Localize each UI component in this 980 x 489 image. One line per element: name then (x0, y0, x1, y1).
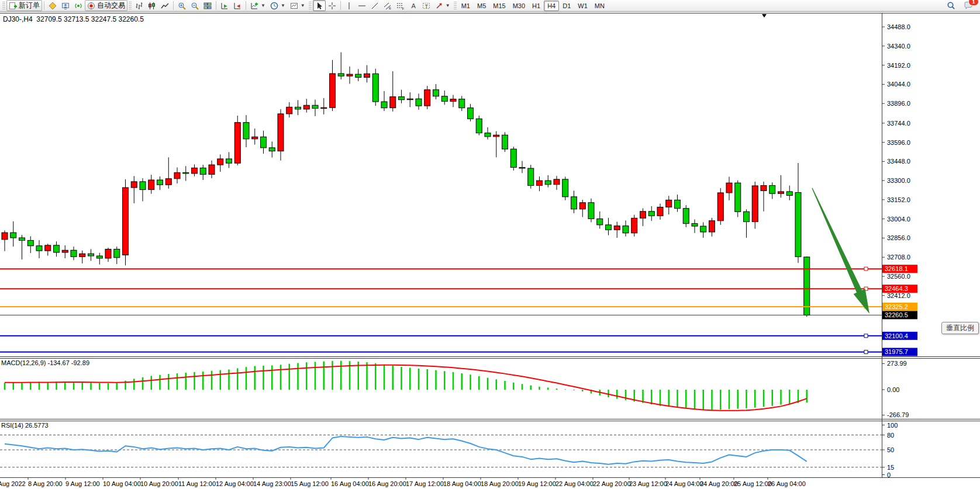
candle-body (683, 209, 689, 224)
candle-body (692, 224, 698, 226)
drawn-arrow-annotation[interactable] (812, 188, 869, 314)
svg-text:273.99: 273.99 (887, 360, 907, 367)
periods-button[interactable]: ▼ (268, 0, 288, 11)
price-axis[interactable]: 34488.034340.034192.034044.033896.033744… (882, 23, 917, 478)
add-indicator-icon (250, 2, 258, 10)
indicators-button[interactable]: ▼ (248, 0, 268, 11)
new-order-button[interactable]: 新订单 (6, 0, 42, 11)
bar-chart-mode-button[interactable] (133, 0, 146, 11)
tab-timeframe-m1[interactable]: M1 (458, 1, 474, 11)
candle-body (209, 165, 215, 174)
candle-body (303, 105, 309, 109)
channel-tool-button[interactable]: E (381, 0, 394, 11)
candle-body (312, 105, 318, 108)
toolbar-grip[interactable] (129, 2, 132, 10)
macd-pane (5, 361, 807, 411)
bar-position-marker[interactable] (762, 14, 767, 18)
line-handle[interactable] (864, 350, 868, 353)
tab-timeframe-m5[interactable]: M5 (474, 1, 489, 11)
toolbar-grip[interactable] (454, 2, 457, 10)
tab-timeframe-h1[interactable]: H1 (529, 1, 544, 11)
crosshair-tool-button[interactable] (326, 0, 339, 11)
tab-timeframe-mn[interactable]: MN (591, 1, 608, 11)
tab-timeframe-h4[interactable]: H4 (544, 1, 559, 11)
symbols-button[interactable] (46, 0, 59, 11)
candle-body (269, 148, 275, 151)
toolbar-separator (44, 1, 44, 10)
candle-body (372, 74, 378, 102)
market-watch-button[interactable] (59, 0, 72, 11)
candle-body (71, 250, 77, 256)
candle-body (27, 240, 33, 245)
toolbar-separator (246, 1, 246, 10)
text-label-tool-button[interactable]: T (420, 0, 433, 11)
templates-button[interactable]: ▼ (288, 0, 308, 11)
svg-text:34044.0: 34044.0 (887, 81, 910, 88)
svg-text:33004.0: 33004.0 (887, 216, 910, 223)
candle-body (571, 197, 577, 209)
tab-timeframe-d1[interactable]: D1 (559, 1, 574, 11)
trendline-icon (371, 2, 379, 10)
zoom-out-button[interactable] (188, 0, 201, 11)
monitor-user-icon (61, 2, 70, 10)
candle-body (105, 249, 111, 259)
svg-text:32412.0: 32412.0 (887, 292, 910, 299)
time-axis[interactable]: 8 Aug 20228 Aug 20:009 Aug 12:0010 Aug 0… (0, 477, 806, 487)
notifications-button[interactable]: 1 (961, 0, 975, 11)
candle-body (606, 225, 612, 230)
fibonacci-tool-button[interactable]: F (394, 0, 407, 11)
chart-frame (0, 13, 980, 477)
chart-shift-button[interactable] (231, 0, 244, 11)
arrows-tool-button[interactable]: ▼ (433, 0, 453, 11)
fibonacci-icon: F (396, 2, 405, 10)
vertical-line-icon (345, 2, 353, 10)
candle-chart-mode-button[interactable] (146, 0, 158, 11)
svg-text:E: E (389, 6, 391, 10)
text-label-icon: T (422, 2, 430, 10)
candle-body (261, 137, 267, 148)
zoom-in-icon (178, 2, 186, 10)
cursor-tool-button[interactable] (313, 0, 326, 11)
candle-body (563, 179, 568, 197)
svg-text:24 Aug 20:00: 24 Aug 20:00 (700, 480, 738, 487)
auto-scroll-icon (220, 2, 229, 10)
tile-windows-button[interactable] (201, 0, 214, 11)
line-chart-mode-button[interactable] (158, 0, 171, 11)
tab-timeframe-m15[interactable]: M15 (489, 1, 509, 11)
candle-body (459, 99, 465, 108)
chart-title: DJ30-,H4 32709.5 32713.5 32247.5 32260.5 (3, 15, 144, 23)
line-handle[interactable] (864, 267, 868, 270)
candle-body (701, 226, 706, 232)
svg-text:33744.0: 33744.0 (887, 120, 910, 127)
tab-timeframe-w1[interactable]: W1 (574, 1, 591, 11)
horizontal-line-tool-button[interactable] (356, 0, 368, 11)
toolbar-separator (173, 1, 174, 10)
svg-text:T: T (425, 3, 428, 9)
candle-body (640, 211, 646, 219)
toolbar-grip[interactable] (2, 2, 5, 10)
svg-text:A: A (411, 2, 416, 9)
search-button[interactable] (944, 0, 958, 11)
toolbar-right-group: 1 (944, 0, 979, 11)
timeframe-group: M1M5M15M30H1H4D1W1MN (458, 1, 608, 11)
price-tag: 32100.4 (882, 332, 917, 340)
auto-scroll-button[interactable] (218, 0, 231, 11)
text-tool-button[interactable]: A (407, 0, 420, 11)
line-handle[interactable] (864, 334, 868, 338)
svg-text:25 Aug 12:00: 25 Aug 12:00 (734, 480, 772, 487)
vertical-line-tool-button[interactable] (343, 0, 356, 11)
candle-body (494, 135, 499, 137)
chevron-down-icon: ▼ (446, 3, 450, 8)
trendline-tool-button[interactable] (368, 0, 381, 11)
tab-timeframe-m30[interactable]: M30 (509, 1, 529, 11)
svg-text:8 Aug 2022: 8 Aug 2022 (0, 480, 26, 487)
chart-canvas[interactable]: 34488.034340.034192.034044.033896.033744… (0, 0, 980, 489)
candle-body (347, 74, 353, 76)
candle-body (364, 74, 370, 77)
toolbar-grip[interactable] (309, 2, 312, 10)
candle-body (278, 114, 284, 151)
candle-body (174, 172, 180, 178)
signals-button[interactable] (72, 0, 85, 11)
zoom-in-button[interactable] (175, 0, 188, 11)
autotrading-button[interactable]: 自动交易 (85, 0, 127, 11)
